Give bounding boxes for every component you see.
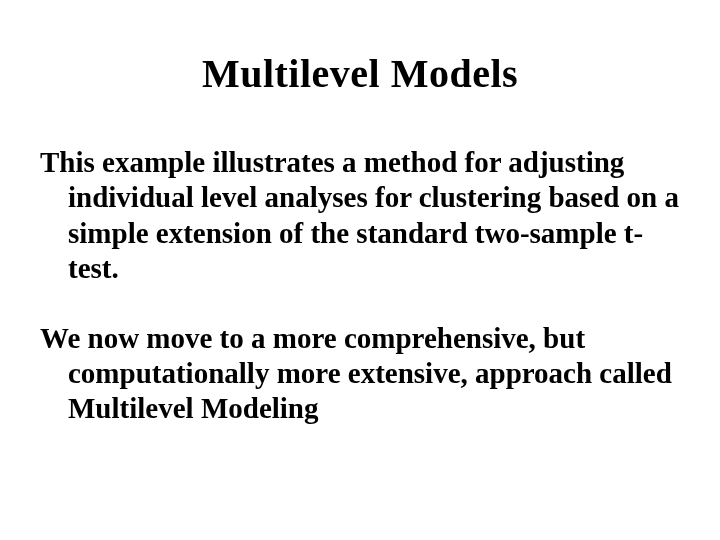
slide-container: Multilevel Models This example illustrat… xyxy=(0,0,720,540)
paragraph-1: This example illustrates a method for ad… xyxy=(40,145,680,287)
paragraph-2: We now move to a more comprehensive, but… xyxy=(40,321,680,427)
slide-title: Multilevel Models xyxy=(40,50,680,97)
slide-body: This example illustrates a method for ad… xyxy=(40,145,680,461)
